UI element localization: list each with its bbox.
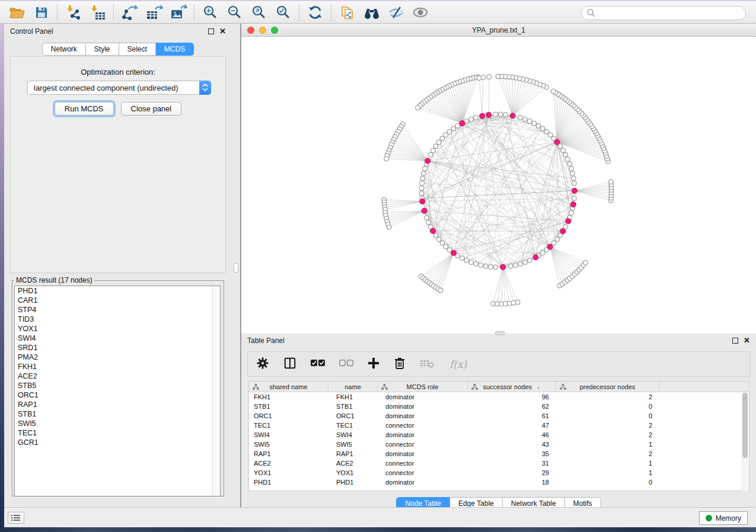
network-window-title: YPA_prune.txt_1	[241, 26, 756, 34]
export-table-icon[interactable]	[142, 3, 166, 22]
duplicate-network-icon[interactable]	[335, 3, 359, 22]
table-cell: TEC1	[249, 421, 328, 430]
table-row[interactable]: PHD1PHD1dominator180	[249, 477, 749, 487]
mcds-result-item[interactable]: GCR1	[15, 438, 220, 447]
table-cell: STB1	[249, 402, 328, 411]
tab-select[interactable]: Select	[119, 43, 156, 56]
open-file-icon[interactable]	[5, 3, 29, 22]
mcds-result-item[interactable]: TID3	[15, 315, 220, 324]
table-cell: TEC1	[328, 421, 378, 430]
float-table-panel-icon[interactable]	[732, 338, 738, 344]
tab-network[interactable]: Network	[42, 43, 86, 56]
table-row[interactable]: SWI5SWI5connector431	[249, 440, 749, 449]
search-input[interactable]	[596, 7, 745, 19]
horizontal-splitter-grip[interactable]	[495, 331, 505, 335]
memory-button[interactable]: Memory	[699, 511, 748, 525]
table-cell: ACE2	[328, 459, 378, 468]
table-cell: ACE2	[249, 459, 328, 468]
deselect-all-checks-icon[interactable]	[339, 359, 353, 370]
add-row-icon[interactable]	[368, 357, 379, 371]
main-toolbar	[0, 1, 756, 24]
mcds-result-item[interactable]: SWI4	[15, 334, 220, 343]
table-cell: 2	[556, 392, 659, 402]
mcds-list-scrollbar[interactable]	[212, 286, 220, 496]
export-image-icon[interactable]	[166, 3, 190, 22]
zoom-fit-icon[interactable]	[247, 3, 271, 22]
table-cell: dominator	[378, 477, 468, 487]
close-panel-icon[interactable]: ✕	[219, 28, 226, 34]
table-row[interactable]: RAP1RAP1dominator352	[249, 449, 749, 459]
mcds-result-item[interactable]: STB1	[15, 409, 220, 419]
import-table-icon[interactable]	[85, 3, 110, 22]
mcds-result-item[interactable]: FKH1	[15, 362, 220, 371]
hide-selected-eye-icon[interactable]	[384, 3, 408, 22]
table-cell: SWI4	[328, 430, 378, 440]
table-row[interactable]: ORC1ORC1dominator610	[249, 411, 749, 421]
mcds-result-item[interactable]: ORC1	[15, 390, 220, 400]
refresh-view-icon[interactable]	[303, 3, 327, 22]
table-cell: connector	[378, 468, 468, 477]
save-session-icon[interactable]	[29, 3, 53, 22]
splitter-grip[interactable]	[234, 263, 238, 273]
mcds-result-item[interactable]: TEC1	[15, 428, 220, 438]
mcds-result-item[interactable]: STB5	[15, 381, 220, 390]
tab-style[interactable]: Style	[86, 43, 119, 56]
run-mcds-button[interactable]: Run MCDS	[55, 102, 114, 116]
mcds-result-item[interactable]: RAP1	[15, 400, 220, 409]
network-graph-canvas[interactable]	[241, 37, 756, 332]
delete-row-icon[interactable]	[394, 357, 406, 372]
mcds-result-item[interactable]: ACE2	[15, 371, 220, 381]
float-panel-icon[interactable]	[208, 28, 214, 34]
task-history-button[interactable]	[8, 512, 24, 524]
vertical-splitter[interactable]	[232, 24, 241, 507]
zoom-out-icon[interactable]	[222, 3, 247, 22]
column-header-predecessor-nodes[interactable]: predecessor nodes	[556, 382, 659, 392]
table-cell: SWI5	[249, 440, 328, 449]
mcds-result-list[interactable]: PHD1CAR1STP4TID3YOX1SWI4SRD1PMA2FKH1ACE2…	[14, 286, 221, 496]
criterion-select[interactable]: largest connected component (undirected)	[27, 81, 211, 95]
column-header-name[interactable]: name	[328, 382, 378, 392]
table-cell: ORC1	[328, 411, 378, 421]
node-table-body: FKH1FKH1dominator962STB1STB1dominator620…	[249, 392, 749, 487]
mcds-result-item[interactable]: SRD1	[15, 343, 220, 352]
table-row[interactable]: YOX1YOX1connector291	[249, 468, 749, 477]
export-network-icon[interactable]	[117, 3, 142, 22]
mcds-result-item[interactable]: CAR1	[15, 296, 220, 305]
table-cell: 0	[556, 477, 659, 487]
table-scrollbar-thumb[interactable]	[742, 393, 748, 458]
table-row[interactable]: SWI4SWI4dominator462	[249, 430, 749, 440]
search-field	[581, 6, 746, 20]
column-header-shared-name[interactable]: shared name	[249, 382, 328, 392]
table-cell: FKH1	[328, 392, 378, 402]
table-row[interactable]: STB1STB1dominator620	[249, 402, 749, 411]
settings-gear-icon[interactable]	[256, 357, 269, 372]
control-panel: Control Panel ✕ Network Style Select MCD…	[4, 24, 232, 507]
table-row[interactable]: TEC1TEC1connector472	[249, 421, 749, 430]
column-header-mcds-role[interactable]: MCDS role	[378, 382, 468, 392]
zoom-in-icon[interactable]	[198, 3, 222, 22]
mcds-result-item[interactable]: PHD1	[15, 286, 220, 296]
table-row[interactable]: ACE2ACE2connector311	[249, 459, 749, 468]
import-network-icon[interactable]	[61, 3, 85, 22]
column-header-successor-nodes[interactable]: successor nodes⌄	[468, 382, 556, 392]
tab-mcds[interactable]: MCDS	[156, 43, 194, 56]
mcds-result-item[interactable]: YOX1	[15, 324, 220, 334]
table-row[interactable]: FKH1FKH1dominator962	[249, 392, 749, 402]
zoom-selected-icon[interactable]	[271, 3, 295, 22]
table-cell: STB1	[328, 402, 378, 411]
table-cell: 2	[556, 421, 659, 430]
close-table-panel-icon[interactable]: ✕	[744, 338, 750, 344]
find-binoculars-icon[interactable]	[359, 3, 384, 22]
network-window-titlebar[interactable]: YPA_prune.txt_1	[241, 24, 756, 37]
mcds-result-item[interactable]: STP4	[15, 305, 220, 315]
select-all-checks-icon[interactable]	[311, 359, 325, 370]
close-panel-button[interactable]: Close panel	[121, 102, 182, 116]
show-columns-icon[interactable]	[283, 357, 296, 372]
table-scrollbar[interactable]	[742, 393, 748, 491]
desktop-wallpaper-left	[0, 0, 4, 532]
toolbar-separator	[299, 4, 299, 21]
show-all-eye-icon[interactable]	[408, 3, 432, 22]
mcds-result-item[interactable]: PMA2	[15, 352, 220, 362]
mcds-result-item[interactable]: SWI5	[15, 419, 220, 428]
table-cell: 47	[468, 421, 556, 430]
